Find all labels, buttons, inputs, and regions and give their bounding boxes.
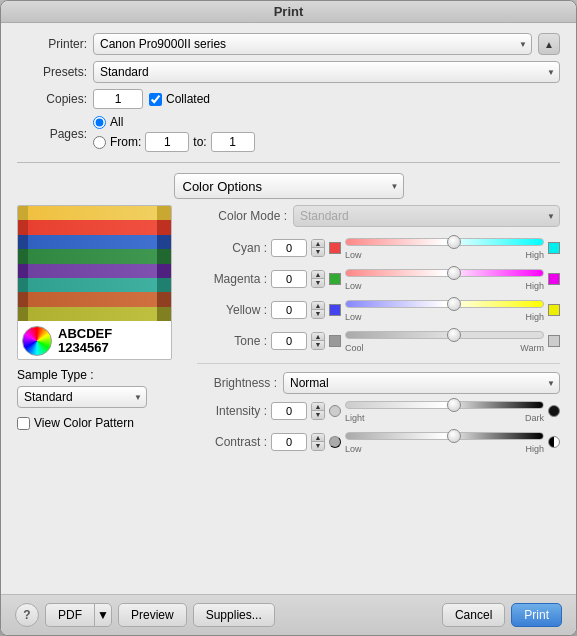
- contrast-stepper-down[interactable]: ▼: [312, 442, 324, 450]
- printer-select-wrapper[interactable]: Canon Pro9000II series: [93, 33, 532, 55]
- pencil-stripe-5: [18, 264, 172, 278]
- pdf-button[interactable]: PDF: [45, 603, 94, 627]
- contrast-stepper-up[interactable]: ▲: [312, 434, 324, 443]
- pages-all-radio[interactable]: [93, 116, 106, 129]
- intensity-value-input[interactable]: [271, 402, 307, 420]
- magenta-stepper-down[interactable]: ▼: [312, 279, 324, 287]
- intensity-stepper[interactable]: ▲ ▼: [311, 402, 325, 420]
- pages-to-input[interactable]: [211, 132, 255, 152]
- collated-checkbox[interactable]: [149, 93, 162, 106]
- sample-type-select-wrapper[interactable]: Standard: [17, 386, 147, 408]
- intensity-low-label: Light: [345, 413, 365, 423]
- pencil-stripe-8: [18, 307, 172, 321]
- tone-section: Tone : ▲ ▼: [197, 328, 560, 355]
- yellow-low-label: Low: [345, 312, 362, 322]
- view-color-checkbox[interactable]: [17, 417, 30, 430]
- pencil-stripe-7: [18, 292, 172, 306]
- magenta-slider-thumb[interactable]: [447, 266, 461, 280]
- contrast-section: Contrast : ▲ ▼: [197, 429, 560, 456]
- cyan-slider-track[interactable]: [345, 235, 544, 249]
- help-button[interactable]: ?: [15, 603, 39, 627]
- brightness-select-wrapper[interactable]: Normal: [283, 372, 560, 394]
- contrast-stepper[interactable]: ▲ ▼: [311, 433, 325, 451]
- contrast-slider-thumb[interactable]: [447, 429, 461, 443]
- pages-from-input[interactable]: [145, 132, 189, 152]
- yellow-slider-bg: [345, 300, 544, 308]
- pages-from-radio[interactable]: [93, 136, 106, 149]
- intensity-swatch-left: [329, 405, 341, 417]
- intensity-slider-track[interactable]: [345, 398, 544, 412]
- printer-row: Printer: Canon Pro9000II series ▲: [17, 33, 560, 55]
- cyan-stepper-up[interactable]: ▲: [312, 240, 324, 249]
- preview-text-line2: 1234567: [58, 341, 112, 355]
- cyan-slider-thumb[interactable]: [447, 235, 461, 249]
- presets-select-wrapper[interactable]: Standard: [93, 61, 560, 83]
- presets-select[interactable]: Standard: [93, 61, 560, 83]
- brightness-label: Brightness :: [197, 376, 277, 390]
- contrast-value-input[interactable]: [271, 433, 307, 451]
- cyan-stepper-down[interactable]: ▼: [312, 248, 324, 256]
- pencil-stripe-6: [18, 278, 172, 292]
- tone-slider-thumb[interactable]: [447, 328, 461, 342]
- tone-swatch-right: [548, 335, 560, 347]
- magenta-slider-track[interactable]: [345, 266, 544, 280]
- color-options-row: Color Options: [17, 173, 560, 199]
- collated-label: Collated: [166, 92, 210, 106]
- tone-value-input[interactable]: [271, 332, 307, 350]
- contrast-slider-track[interactable]: [345, 429, 544, 443]
- preview-label: Preview: [131, 608, 174, 622]
- preview-button[interactable]: Preview: [118, 603, 187, 627]
- tone-swatch-left: [329, 335, 341, 347]
- tone-stepper-up[interactable]: ▲: [312, 333, 324, 342]
- cancel-button[interactable]: Cancel: [442, 603, 505, 627]
- printer-select[interactable]: Canon Pro9000II series: [93, 33, 532, 55]
- tone-stepper[interactable]: ▲ ▼: [311, 332, 325, 350]
- supplies-button[interactable]: Supplies...: [193, 603, 275, 627]
- cyan-slider-labels: Low High: [345, 250, 544, 260]
- sample-type-select[interactable]: Standard: [17, 386, 147, 408]
- collated-checkbox-row: Collated: [149, 92, 210, 106]
- cyan-value-input[interactable]: [271, 239, 307, 257]
- color-options-select[interactable]: Color Options: [174, 173, 404, 199]
- yellow-slider-track[interactable]: [345, 297, 544, 311]
- cyan-high-label: High: [525, 250, 544, 260]
- yellow-value-input[interactable]: [271, 301, 307, 319]
- preview-box: ABCDEF 1234567: [17, 205, 172, 360]
- copies-input[interactable]: [93, 89, 143, 109]
- intensity-label: Intensity :: [197, 404, 267, 418]
- magenta-stepper[interactable]: ▲ ▼: [311, 270, 325, 288]
- contrast-slider-container: Low High: [345, 429, 544, 454]
- pdf-label: PDF: [58, 608, 82, 622]
- yellow-slider-thumb[interactable]: [447, 297, 461, 311]
- top-divider: [17, 162, 560, 163]
- pages-from-label: From:: [110, 135, 141, 149]
- magenta-value-input[interactable]: [271, 270, 307, 288]
- pencil-stripe-2: [18, 220, 172, 234]
- yellow-stepper[interactable]: ▲ ▼: [311, 301, 325, 319]
- printer-expand-button[interactable]: ▲: [538, 33, 560, 55]
- magenta-row: Magenta : ▲ ▼: [197, 266, 560, 291]
- intensity-stepper-up[interactable]: ▲: [312, 403, 324, 412]
- tone-stepper-down[interactable]: ▼: [312, 341, 324, 349]
- view-color-label: View Color Pattern: [34, 416, 134, 430]
- brightness-select[interactable]: Normal: [283, 372, 560, 394]
- contrast-label: Contrast :: [197, 435, 267, 449]
- color-mode-select[interactable]: Standard: [293, 205, 560, 227]
- yellow-section: Yellow : ▲ ▼: [197, 297, 560, 324]
- presets-row: Presets: Standard: [17, 61, 560, 83]
- pdf-dropdown-button[interactable]: ▼: [94, 603, 112, 627]
- tone-high-label: Warm: [520, 343, 544, 353]
- magenta-stepper-up[interactable]: ▲: [312, 271, 324, 280]
- pages-label: Pages:: [17, 127, 87, 141]
- cyan-stepper[interactable]: ▲ ▼: [311, 239, 325, 257]
- print-button[interactable]: Print: [511, 603, 562, 627]
- yellow-stepper-down[interactable]: ▼: [312, 310, 324, 318]
- color-options-select-wrapper[interactable]: Color Options: [174, 173, 404, 199]
- intensity-slider-thumb[interactable]: [447, 398, 461, 412]
- copies-label: Copies:: [17, 92, 87, 106]
- color-mode-select-wrapper[interactable]: Standard: [293, 205, 560, 227]
- pages-all-label: All: [110, 115, 123, 129]
- tone-slider-track[interactable]: [345, 328, 544, 342]
- intensity-stepper-down[interactable]: ▼: [312, 411, 324, 419]
- yellow-stepper-up[interactable]: ▲: [312, 302, 324, 311]
